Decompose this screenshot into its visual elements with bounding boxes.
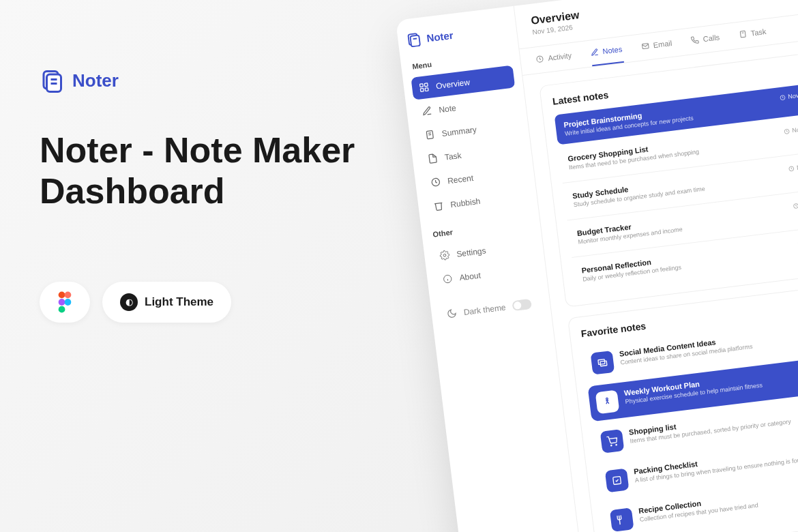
- theme-badge-text: Light Theme: [145, 295, 213, 309]
- note-date: Nov 18, 2026: [784, 123, 798, 135]
- favorite-icon: [595, 390, 620, 415]
- dark-theme-switch[interactable]: [512, 299, 532, 311]
- favorite-icon: [600, 429, 625, 454]
- svg-point-39: [616, 444, 617, 445]
- favorite-icon: [591, 351, 615, 375]
- sidebar-item-label: Overview: [435, 77, 470, 91]
- app-window: Noter Menu OverviewNoteSummaryTaskRecent…: [396, 0, 798, 532]
- promo-logo: Noter: [40, 68, 367, 93]
- clock-icon: [793, 202, 798, 209]
- tab-label: Task: [750, 27, 767, 38]
- app-brand: Noter: [426, 29, 454, 44]
- tab-calls[interactable]: Calls: [690, 25, 722, 54]
- svg-point-5: [65, 291, 72, 298]
- note-date: Nov 17, 2026: [788, 160, 798, 172]
- promo-brand: Noter: [72, 70, 119, 91]
- tab-activity[interactable]: Activity: [534, 43, 573, 73]
- clock-icon: [784, 128, 790, 134]
- sidebar-item-label: Task: [444, 150, 462, 162]
- favorite-icon: [605, 469, 630, 493]
- sidebar-item-label: Summary: [441, 124, 477, 138]
- promo-title: Noter - Note Maker Dashboard: [40, 130, 367, 212]
- figma-badge: [40, 282, 90, 323]
- svg-rect-15: [425, 88, 428, 91]
- dark-theme-label: Dark theme: [463, 302, 506, 316]
- sidebar-item-label: About: [459, 270, 482, 282]
- svg-rect-35: [598, 359, 605, 365]
- svg-rect-10: [410, 35, 420, 47]
- sidebar-item-label: Rubbish: [450, 196, 481, 209]
- task-icon: [427, 153, 439, 164]
- svg-rect-12: [420, 84, 424, 87]
- task-icon: [738, 29, 747, 38]
- svg-rect-14: [420, 89, 424, 92]
- note-icon: [422, 106, 433, 117]
- note-date: Nov 16, 2026: [793, 197, 798, 209]
- svg-point-20: [443, 254, 446, 256]
- svg-point-4: [59, 291, 65, 298]
- svg-line-11: [413, 38, 417, 39]
- clock-icon: [780, 94, 786, 101]
- svg-point-8: [59, 306, 65, 312]
- about-icon: [442, 274, 454, 285]
- dark-theme-toggle[interactable]: Dark theme: [439, 291, 543, 326]
- noter-logo-icon: [40, 68, 64, 93]
- notes-icon: [590, 48, 599, 57]
- palette-icon: ◐: [120, 293, 138, 311]
- noter-logo-icon: [405, 31, 422, 48]
- tab-label: Activity: [548, 51, 572, 62]
- tab-label: Calls: [703, 33, 720, 43]
- calls-icon: [690, 35, 699, 44]
- app-logo[interactable]: Noter: [405, 20, 509, 48]
- overview-icon: [418, 82, 430, 93]
- tab-task[interactable]: Task: [737, 19, 768, 48]
- theme-badge: ◐ Light Theme: [102, 282, 231, 323]
- svg-rect-28: [740, 31, 745, 38]
- tab-email[interactable]: Email: [640, 31, 674, 60]
- clock-icon: [788, 165, 795, 172]
- sidebar-item-label: Settings: [456, 246, 487, 258]
- settings-icon: [439, 250, 451, 261]
- email-icon: [640, 42, 649, 50]
- tab-label: Email: [653, 39, 673, 49]
- sidebar-item-label: Note: [439, 103, 457, 115]
- figma-icon: [57, 291, 72, 313]
- svg-rect-13: [424, 83, 428, 87]
- moon-icon: [446, 308, 458, 319]
- svg-point-33: [794, 203, 798, 209]
- rubbish-icon: [433, 200, 445, 211]
- tab-notes[interactable]: Notes: [589, 37, 624, 66]
- svg-rect-36: [600, 361, 607, 366]
- note-date: Nov 19, 2026: [780, 89, 798, 101]
- tab-label: Notes: [602, 45, 623, 55]
- svg-point-37: [606, 398, 608, 400]
- favorite-icon: [610, 507, 634, 532]
- svg-point-38: [611, 445, 612, 445]
- recent-icon: [430, 177, 441, 188]
- svg-point-6: [59, 299, 65, 306]
- svg-point-7: [65, 299, 72, 306]
- activity-icon: [535, 55, 544, 63]
- summary-icon: [424, 129, 436, 141]
- sidebar-item-label: Recent: [447, 173, 473, 186]
